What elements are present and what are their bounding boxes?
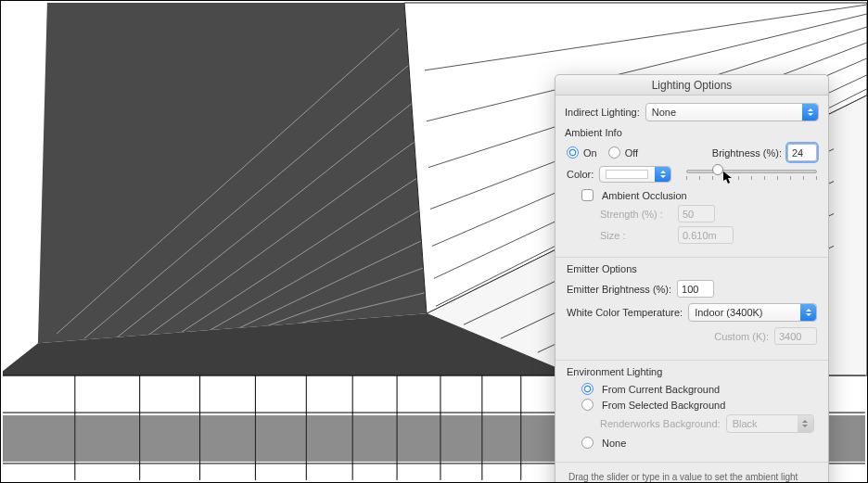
custom-k-value: 3400 xyxy=(779,331,801,342)
help-text: Drag the slider or type in a value to se… xyxy=(567,466,817,483)
ao-strength-input: 50 xyxy=(678,205,715,222)
rw-bg-value: Black xyxy=(733,418,758,429)
ambient-occlusion-label: Ambient Occlusion xyxy=(602,190,687,201)
color-select[interactable] xyxy=(599,166,671,183)
select-arrows-icon xyxy=(798,415,813,432)
select-arrows-icon xyxy=(800,304,816,321)
emitter-brightness-label: Emitter Brightness (%): xyxy=(567,284,671,295)
select-arrows-icon xyxy=(655,167,670,182)
indirect-lighting-value: None xyxy=(652,107,676,118)
ao-size-input: 0.610m xyxy=(678,226,734,244)
env-none-radio[interactable] xyxy=(581,437,594,449)
select-arrows-icon xyxy=(802,104,818,121)
brightness-input[interactable]: 24 xyxy=(787,144,817,161)
brightness-value: 24 xyxy=(792,147,803,159)
ambient-off-radio[interactable] xyxy=(608,146,620,159)
viewport[interactable]: Lighting Options Indirect Lighting: None… xyxy=(0,0,868,483)
environment-lighting-heading: Environment Lighting xyxy=(567,366,817,377)
color-label: Color: xyxy=(567,169,594,180)
emitter-brightness-input[interactable]: 100 xyxy=(677,280,714,298)
ambient-off-label: Off xyxy=(625,147,638,159)
wct-select[interactable]: Indoor (3400K) xyxy=(688,303,817,322)
rw-bg-label: Renderworks Background: xyxy=(600,418,721,429)
emitter-brightness-value: 100 xyxy=(682,284,698,295)
ambient-on-radio[interactable] xyxy=(567,146,579,159)
ao-strength-value: 50 xyxy=(683,209,694,220)
indirect-lighting-label: Indirect Lighting: xyxy=(565,107,640,118)
brightness-label: Brightness (%): xyxy=(712,147,782,159)
ambient-on-label: On xyxy=(583,147,597,159)
emitter-options-heading: Emitter Options xyxy=(567,263,817,274)
brightness-slider[interactable] xyxy=(686,165,817,184)
wct-value: Indoor (3400K) xyxy=(695,307,762,318)
env-from-current-radio[interactable] xyxy=(581,383,594,395)
color-swatch xyxy=(606,170,648,179)
env-from-current-label: From Current Background xyxy=(602,384,720,395)
ao-size-label: Size : xyxy=(600,230,672,241)
rw-bg-select: Black xyxy=(726,414,814,433)
wct-label: White Color Temperature: xyxy=(567,307,683,318)
env-from-selected-label: From Selected Background xyxy=(602,400,725,411)
svg-marker-0 xyxy=(38,3,427,343)
ao-strength-label: Strength (%) : xyxy=(600,209,672,220)
env-from-selected-radio[interactable] xyxy=(581,399,594,411)
ambient-occlusion-checkbox[interactable] xyxy=(581,189,594,201)
indirect-lighting-select[interactable]: None xyxy=(645,103,819,121)
env-none-label: None xyxy=(602,438,626,449)
ao-size-value: 0.610m xyxy=(683,230,717,241)
ambient-info-heading: Ambient Info xyxy=(565,127,819,138)
custom-k-label: Custom (K): xyxy=(714,331,769,342)
dialog-title: Lighting Options xyxy=(555,75,828,95)
custom-k-input: 3400 xyxy=(774,327,817,345)
lighting-options-dialog: Lighting Options Indirect Lighting: None… xyxy=(555,74,829,483)
